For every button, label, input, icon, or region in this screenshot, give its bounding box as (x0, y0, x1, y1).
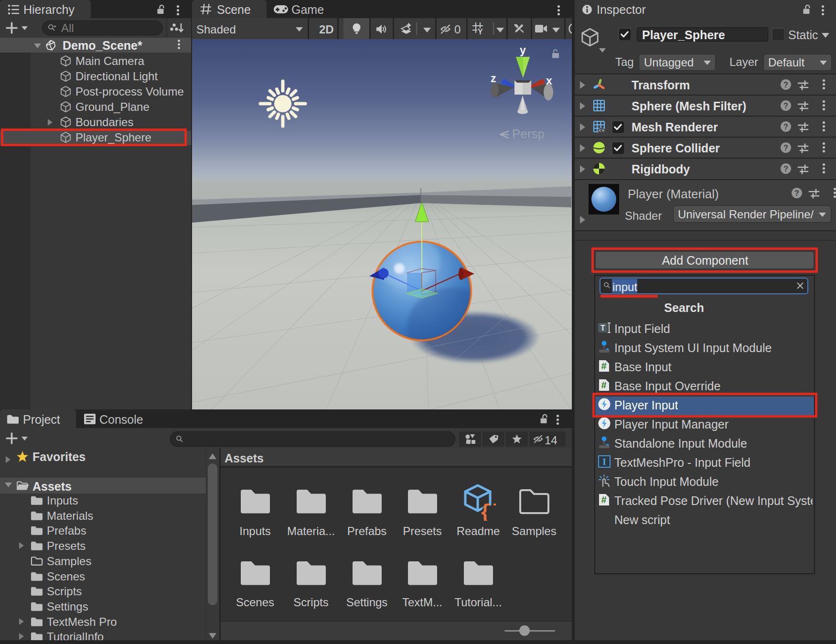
svg-text:z: z (491, 72, 496, 85)
svg-text:?: ? (783, 81, 788, 89)
svg-text:?: ? (783, 102, 788, 110)
svg-text:?: ? (794, 189, 799, 197)
svg-text:{}: {} (480, 502, 496, 521)
svg-text:#: # (601, 380, 606, 390)
svg-text:Persp: Persp (512, 127, 545, 141)
svg-text:?: ? (783, 144, 788, 152)
svg-text:I: I (602, 457, 606, 467)
svg-text:x: x (546, 75, 552, 87)
svg-text:y: y (520, 44, 526, 56)
svg-text:?: ? (783, 165, 788, 173)
svg-text:Y: Y (478, 28, 483, 35)
svg-text:?: ? (783, 123, 788, 131)
svg-text:T: T (600, 324, 605, 332)
svg-text:#: # (601, 494, 606, 505)
svg-text:#: # (601, 361, 606, 371)
